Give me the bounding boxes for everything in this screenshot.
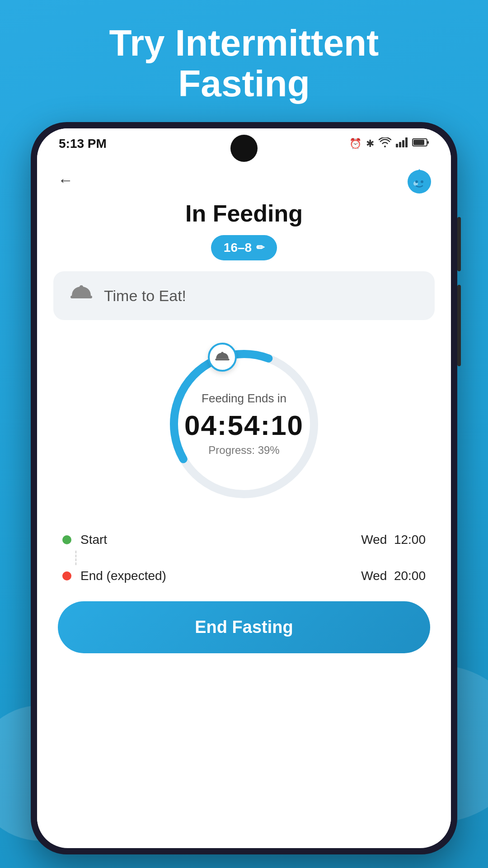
background: Try Intermittent Fasting 5:13 PM ⏰ ✱	[0, 0, 488, 868]
app-content: ←	[37, 156, 451, 844]
phone-frame: 5:13 PM ⏰ ✱	[31, 122, 457, 854]
end-fasting-button[interactable]: End Fasting	[58, 601, 430, 653]
cloche-icon	[70, 284, 93, 307]
title-section: In Feeding 16–8 ✏	[53, 200, 435, 260]
plan-badge-text: 16–8	[224, 241, 252, 255]
timeline-end-left: End (expected)	[62, 569, 166, 583]
svg-rect-1	[399, 142, 401, 147]
app-logo	[404, 165, 435, 195]
end-dot	[62, 571, 71, 580]
svg-rect-15	[215, 359, 229, 360]
start-dot	[62, 535, 71, 544]
eat-card: Time to Eat!	[53, 271, 435, 320]
circle-center-text: Feeding Ends in 04:54:10 Progress: 39%	[184, 392, 304, 457]
alarm-icon: ⏰	[349, 138, 361, 150]
end-fasting-label: End Fasting	[195, 618, 293, 637]
timeline-end: End (expected) Wed 20:00	[62, 569, 426, 583]
timeline-start: Start Wed 12:00	[62, 533, 426, 547]
status-time: 5:13 PM	[59, 137, 107, 151]
signal-icon	[396, 137, 408, 150]
svg-point-12	[80, 285, 83, 289]
svg-rect-0	[396, 144, 398, 147]
progress-text: Progress: 39%	[184, 444, 304, 457]
start-time-value: 12:00	[394, 533, 426, 547]
battery-icon	[412, 138, 429, 150]
edit-icon: ✏	[256, 242, 264, 254]
timeline: Start Wed 12:00 End (expected)	[62, 533, 426, 583]
svg-rect-2	[402, 140, 404, 147]
screen-title: In Feeding	[53, 200, 435, 227]
header-line1: Try Intermittent	[109, 22, 379, 63]
timer-section: Feeding Ends in 04:54:10 Progress: 39%	[53, 338, 435, 510]
phone-screen: 5:13 PM ⏰ ✱	[37, 128, 451, 848]
svg-point-9	[415, 180, 418, 183]
top-bar: ←	[53, 156, 435, 200]
eat-card-text: Time to Eat!	[104, 287, 186, 305]
phone-button-volume-down	[457, 285, 461, 366]
end-day: Wed	[361, 569, 387, 583]
svg-rect-6	[427, 141, 429, 144]
camera-notch	[230, 135, 258, 162]
svg-point-10	[421, 180, 423, 183]
plan-badge[interactable]: 16–8 ✏	[211, 235, 277, 260]
back-arrow-icon: ←	[58, 171, 73, 189]
phone-button-volume-up	[457, 217, 461, 271]
svg-rect-11	[70, 296, 92, 298]
status-icons: ⏰ ✱	[349, 137, 429, 150]
timeline-start-left: Start	[62, 533, 107, 547]
start-label: Start	[80, 533, 107, 547]
timer-display: 04:54:10	[184, 409, 304, 441]
feeding-ends-label: Feeding Ends in	[184, 392, 304, 406]
wifi-icon	[379, 137, 391, 150]
start-day: Wed	[361, 533, 387, 547]
timeline-connector	[75, 551, 426, 565]
end-time: Wed 20:00	[361, 569, 426, 583]
progress-circle-container: Feeding Ends in 04:54:10 Progress: 39%	[158, 338, 330, 510]
end-time-value: 20:00	[394, 569, 426, 583]
bluetooth-icon: ✱	[366, 138, 374, 150]
svg-rect-3	[405, 137, 408, 147]
page-header-title: Try Intermittent Fasting	[0, 23, 488, 104]
circle-indicator-dot	[208, 343, 237, 372]
svg-rect-5	[413, 140, 424, 145]
header-line2: Fasting	[178, 63, 310, 104]
svg-point-16	[221, 352, 223, 354]
start-time: Wed 12:00	[361, 533, 426, 547]
back-button[interactable]: ←	[53, 168, 78, 192]
end-label: End (expected)	[80, 569, 166, 583]
